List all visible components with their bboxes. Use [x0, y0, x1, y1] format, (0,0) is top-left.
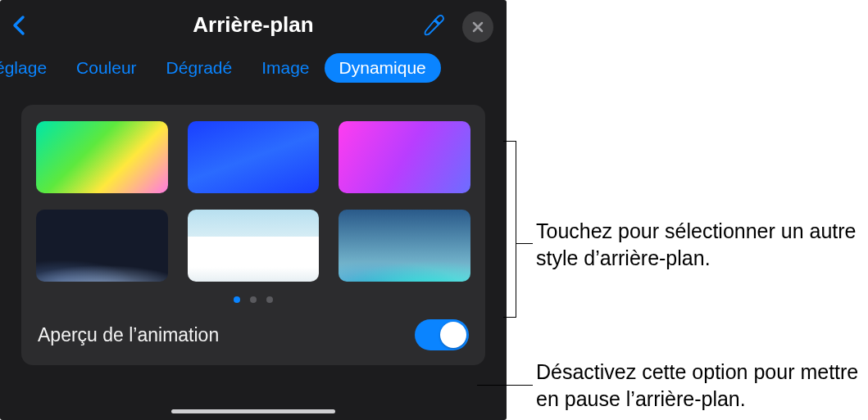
tab-image[interactable]: Image: [247, 53, 324, 83]
thumbnail-dynamic-5[interactable]: [188, 210, 320, 282]
thumbnail-grid: [36, 121, 470, 282]
back-button[interactable]: [11, 15, 26, 39]
callout-text-thumbnails: Touchez pour sélectionner un autre style…: [536, 218, 864, 271]
thumbnail-dynamic-2[interactable]: [188, 121, 320, 193]
page-dot-1: [234, 296, 240, 303]
thumbnail-dynamic-1[interactable]: [36, 121, 168, 193]
animation-preview-row: Aperçu de l’animation: [36, 319, 470, 350]
page-dot-2: [250, 296, 257, 303]
panel-header: Arrière-plan: [0, 0, 507, 49]
chevron-left-icon: [11, 15, 26, 36]
animation-preview-label: Aperçu de l’animation: [38, 324, 219, 346]
page-indicator[interactable]: [36, 296, 470, 303]
callout-bracket-thumbnails: [503, 141, 516, 318]
callout-line-thumbnails: [516, 243, 533, 244]
tab-dynamic[interactable]: Dynamique: [325, 53, 441, 83]
tab-preset[interactable]: églage: [0, 53, 61, 83]
toggle-knob: [440, 322, 466, 348]
thumbnail-dynamic-3[interactable]: [339, 121, 470, 193]
page-dot-3: [266, 296, 273, 303]
callout-line-toggle: [477, 385, 533, 386]
eyedropper-button[interactable]: [423, 15, 444, 39]
callouts-area: Touchez pour sélectionner un autre style…: [502, 0, 868, 420]
tab-bar: églage Couleur Dégradé Image Dynamique: [0, 49, 507, 87]
home-indicator: [171, 409, 335, 413]
tab-color[interactable]: Couleur: [61, 53, 152, 83]
eyedropper-icon: [423, 15, 444, 36]
close-button[interactable]: [462, 11, 493, 43]
content-card: Aperçu de l’animation: [21, 105, 485, 365]
close-icon: [471, 20, 484, 34]
animation-preview-toggle[interactable]: [415, 319, 469, 350]
background-panel: Arrière-plan églage Couleur Dégradé Imag…: [0, 0, 507, 420]
thumbnail-dynamic-4[interactable]: [36, 210, 168, 282]
callout-text-toggle: Désactivez cette option pour mettre en p…: [536, 359, 864, 412]
tab-gradient[interactable]: Dégradé: [152, 53, 248, 83]
thumbnail-dynamic-6[interactable]: [339, 210, 470, 282]
